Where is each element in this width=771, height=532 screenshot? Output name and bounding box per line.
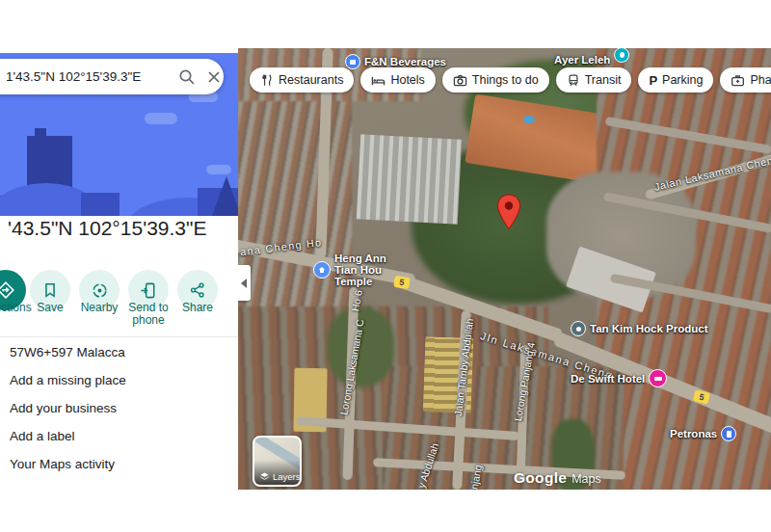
poi-petronas[interactable]: Petronas [670, 426, 736, 441]
layers-label: Layers [273, 471, 301, 482]
poi-heng-ann-temple[interactable]: Heng Ann Tian Hou Temple [313, 253, 404, 287]
water-drop-icon [614, 48, 629, 63]
chip-hotels[interactable]: Hotels [360, 67, 435, 93]
restaurants-icon [260, 73, 274, 88]
transit-icon [567, 73, 580, 88]
chip-transit[interactable]: Transit [556, 67, 632, 93]
illustration-pyramid [212, 176, 238, 216]
place-panel: '43.5"N 102°15'39.3"E Directions Save Ne… [0, 53, 238, 492]
nearby-icon [91, 281, 109, 300]
share-icon [189, 281, 206, 299]
chip-pharmacies[interactable]: Pharmacies [720, 67, 771, 93]
generic-poi-icon [571, 321, 586, 336]
illustration-tower-roof [35, 128, 46, 136]
poi-de-swift-hotel[interactable]: De Swift Hotel [571, 369, 667, 387]
satellite-map-canvas[interactable]: ana Cheng Ho Jln Laksamana Cheng H Jalan… [238, 48, 771, 490]
cloud [206, 165, 231, 174]
location-illustration [0, 53, 238, 216]
share-label[interactable]: Share [159, 302, 236, 314]
things-to-do-icon [453, 73, 467, 88]
poi-tan-kim-hock[interactable]: Tan Kim Hock Product [571, 321, 707, 336]
add-a-label-row[interactable]: Add a label [10, 422, 231, 450]
chip-things-to-do[interactable]: Things to do [442, 67, 549, 93]
hotel-bed-icon [649, 369, 667, 387]
hotels-icon [371, 73, 386, 88]
map-pool [523, 116, 535, 123]
close-icon[interactable] [205, 68, 223, 86]
poi-ayer-leleh[interactable]: Ayer Leleh [554, 54, 629, 66]
cloud [145, 113, 177, 124]
add-missing-place-row[interactable]: Add a missing place [10, 366, 231, 394]
illustration-castle [81, 193, 120, 216]
search-input[interactable] [4, 68, 178, 85]
bookmark-icon [41, 281, 59, 299]
directions-icon [0, 280, 15, 300]
layers-button[interactable]: Layers [253, 436, 302, 487]
add-your-business-row[interactable]: Add your business [10, 394, 231, 422]
category-chip-bar: Restaurants Hotels Things to do Transit … [250, 67, 771, 93]
your-maps-activity-row[interactable]: Your Maps activity [10, 450, 231, 478]
parking-icon: P [649, 73, 657, 88]
temple-icon [313, 261, 331, 279]
search-icon[interactable] [178, 68, 196, 86]
google-maps-window: ana Cheng Ho Jln Laksamana Cheng H Jalan… [0, 0, 771, 532]
destination-pin[interactable] [496, 194, 521, 230]
pharmacies-icon [731, 73, 745, 88]
divider [0, 336, 238, 337]
plus-code-row[interactable]: 57W6+597 Malacca [10, 338, 231, 366]
search-bar[interactable] [0, 59, 224, 94]
collapse-panel-button[interactable] [238, 265, 251, 301]
google-maps-watermark: GoogleMaps [514, 469, 601, 487]
chip-parking[interactable]: P Parking [638, 67, 713, 93]
chevron-left-icon [241, 279, 247, 288]
fuel-pump-icon [721, 426, 736, 441]
chip-restaurants[interactable]: Restaurants [250, 67, 354, 93]
place-title: '43.5"N 102°15'39.3"E [8, 217, 206, 240]
send-to-phone-icon [140, 281, 158, 300]
map-warehouse [357, 134, 462, 224]
layers-icon [259, 471, 270, 482]
